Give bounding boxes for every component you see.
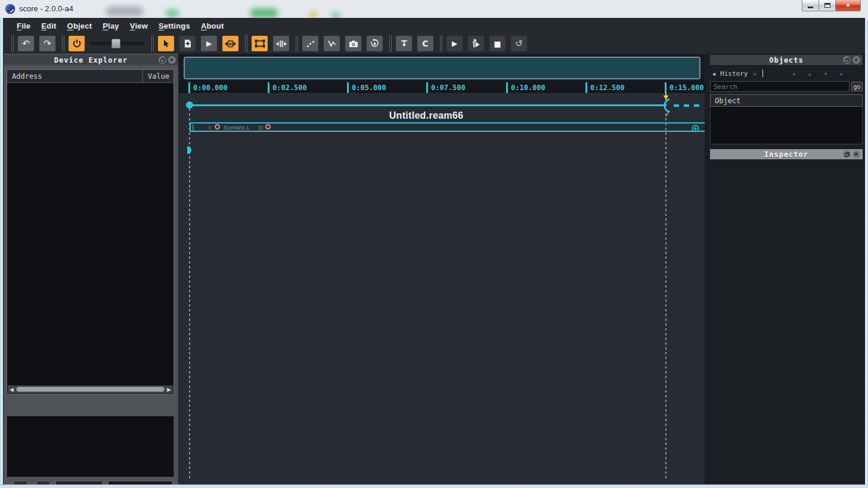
- close-button[interactable]: ×: [835, 0, 861, 11]
- play-from-here-icon: [472, 39, 481, 48]
- float-panel-button[interactable]: [843, 150, 851, 158]
- object-list-header[interactable]: Object: [710, 94, 863, 107]
- time-ruler[interactable]: 0:00.000 0:02.500 0:05.000 0:07.500 0:10…: [179, 82, 705, 94]
- track-input-port-icon[interactable]: [215, 124, 220, 129]
- timeline-minimap[interactable]: [184, 57, 700, 79]
- close-panel-button[interactable]: ×: [168, 56, 176, 64]
- column-address[interactable]: Address: [12, 72, 42, 81]
- right-dock: Objects × ◂ History ▸ ◂ ▴: [705, 54, 865, 484]
- condition-icon: C: [422, 39, 428, 48]
- nav-up-icon[interactable]: ▴: [808, 70, 811, 77]
- add-condition-button[interactable]: C: [417, 36, 433, 51]
- add-trigger-button[interactable]: [396, 36, 412, 51]
- snapshot-button[interactable]: [345, 36, 361, 51]
- transport-stop-button[interactable]: ■: [489, 36, 506, 51]
- desktop-blur-blob: [331, 13, 340, 18]
- slider-handle[interactable]: [111, 39, 120, 48]
- minimap-strip: [179, 54, 705, 82]
- play-tool-button[interactable]: ▶: [201, 36, 217, 51]
- interval-start-node[interactable]: [186, 101, 193, 109]
- search-input[interactable]: [710, 81, 850, 92]
- state-node[interactable]: [187, 146, 191, 154]
- text-cursor: [762, 70, 763, 77]
- float-panel-button[interactable]: [843, 56, 851, 64]
- nav-down-icon[interactable]: ▾: [824, 70, 827, 77]
- search-go-button[interactable]: go: [851, 82, 863, 91]
- redo-icon: ↷: [44, 39, 51, 48]
- column-value[interactable]: Value: [148, 72, 169, 81]
- toolbar-separator: [296, 35, 296, 52]
- menu-settings[interactable]: Settings: [153, 19, 196, 33]
- svg-text:A: A: [229, 41, 232, 47]
- close-panel-button[interactable]: ×: [852, 56, 860, 64]
- menu-about[interactable]: About: [196, 19, 230, 33]
- scenario-view[interactable]: 0:00.000 0:02.500 0:05.000 0:07.500 0:10…: [179, 54, 705, 484]
- grow-mode-button[interactable]: [273, 36, 289, 51]
- device-explorer-titlebar[interactable]: Device Explorer ×: [4, 55, 178, 65]
- scenario-track[interactable]: I: Scenario.1 O:: [190, 122, 705, 132]
- create-tool-button[interactable]: [179, 36, 196, 51]
- address-value-input[interactable]: [108, 481, 172, 484]
- reinitialize-icon: ↺: [515, 39, 523, 48]
- horizontal-scrollbar[interactable]: ◀ ▶: [8, 385, 173, 393]
- menu-edit[interactable]: Edit: [36, 19, 61, 33]
- minimize-button[interactable]: [802, 0, 819, 11]
- cursor-icon: [162, 39, 170, 48]
- close-panel-button[interactable]: ×: [852, 150, 860, 158]
- lock-tool-button[interactable]: A: [222, 36, 238, 51]
- nav-left-icon[interactable]: ◂: [792, 70, 795, 77]
- redo-button[interactable]: ↷: [39, 36, 55, 51]
- play-tool-icon: ▶: [206, 40, 212, 47]
- device-tree[interactable]: Address Value ◀ ▶: [7, 69, 174, 394]
- inspector-panel-titlebar[interactable]: Inspector ×: [710, 149, 863, 159]
- playhead-dashed-line: [665, 94, 666, 478]
- volume-slider[interactable]: [90, 36, 145, 51]
- undo-button[interactable]: ↶: [18, 36, 34, 51]
- undo-icon: ↶: [22, 39, 30, 48]
- scrollbar-handle[interactable]: [16, 387, 165, 392]
- interval-duration-line[interactable]: [190, 104, 666, 106]
- window-titlebar[interactable]: score - 2.0.0-a4 ×: [0, 0, 868, 18]
- transport-play-button[interactable]: ▶: [447, 36, 463, 51]
- menu-view[interactable]: View: [125, 19, 153, 33]
- drag-handle-icon[interactable]: [193, 125, 194, 131]
- menu-object[interactable]: Object: [62, 19, 98, 33]
- device-messages-list[interactable]: [7, 416, 174, 477]
- desktop-blur-blob: [166, 10, 179, 17]
- curve-edit-button[interactable]: [324, 36, 340, 51]
- address-mode-dropdown[interactable]: Address ▾: [55, 481, 103, 484]
- record-button[interactable]: [367, 36, 383, 51]
- add-process-button[interactable]: [692, 124, 699, 135]
- track-name[interactable]: Scenario.1: [224, 125, 249, 131]
- float-icon: [845, 58, 850, 63]
- interval-title[interactable]: Untitled.ream66: [179, 110, 674, 121]
- scissors-icon: [40, 484, 46, 485]
- select-tool-button[interactable]: [158, 36, 174, 51]
- scroll-left-icon[interactable]: ◀: [8, 387, 16, 393]
- object-list[interactable]: [710, 107, 863, 144]
- maximize-icon: [824, 3, 830, 8]
- maximize-button[interactable]: [819, 0, 836, 11]
- enable-sound-button[interactable]: [69, 36, 85, 51]
- column-separator[interactable]: [142, 70, 143, 83]
- window-frame-right: [865, 18, 868, 484]
- history-navigation: ◂ History ▸ ◂ ▴ ▾ ▸: [710, 68, 863, 79]
- nav-right-icon[interactable]: ▸: [841, 70, 844, 77]
- objects-panel-titlebar[interactable]: Objects ×: [710, 55, 863, 65]
- scroll-right-icon[interactable]: ▶: [165, 387, 173, 393]
- reinitialize-button[interactable]: ↺: [511, 36, 527, 51]
- start-dashed-line: [189, 109, 190, 478]
- menu-play[interactable]: Play: [97, 19, 125, 33]
- new-document-icon: [183, 39, 193, 48]
- snapshot-positions-button[interactable]: [302, 36, 318, 51]
- toolbar-separator: [11, 35, 12, 52]
- history-prev-icon[interactable]: ◂: [712, 70, 715, 77]
- track-output-port-icon[interactable]: [265, 124, 271, 129]
- float-panel-button[interactable]: [159, 56, 166, 64]
- scale-mode-button[interactable]: [252, 36, 268, 51]
- play-from-here-button[interactable]: [468, 36, 484, 51]
- remove-address-button[interactable]: [36, 481, 50, 484]
- history-next-icon[interactable]: ▸: [754, 70, 757, 77]
- add-address-button[interactable]: +: [14, 481, 27, 484]
- menu-file[interactable]: File: [11, 19, 36, 33]
